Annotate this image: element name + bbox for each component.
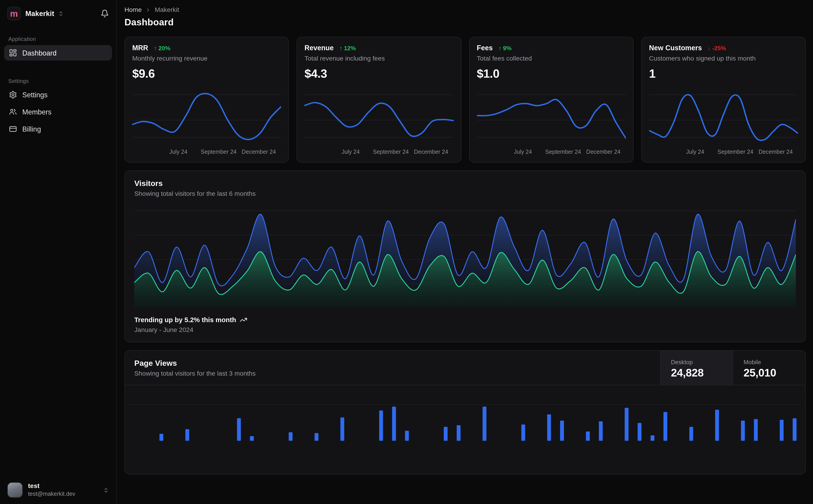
arrow-up-icon: ↑ [339,45,342,51]
stat-value: $1.0 [477,67,626,81]
stat-title: Fees [477,44,493,52]
workspace-selector[interactable]: m Makerkit [0,0,116,20]
stat-value: 1 [649,67,798,81]
stat-subtitle: Total revenue including fees [304,55,453,62]
breadcrumb: Home Makerkit [124,6,806,13]
user-menu-button[interactable]: test test@makerkit.dev [0,476,116,504]
makerkit-logo: m [7,7,21,20]
sidebar-section-settings: Settings [0,78,116,84]
stat-value: $9.6 [132,67,281,81]
page-views-subtitle: Showing total visitors for the last 3 mo… [134,370,651,377]
trending-summary: Trending up by 5.2% this month [134,316,796,324]
sidebar: m Makerkit Application Dashboard Setting… [0,0,117,504]
sidebar-item-settings[interactable]: Settings [4,87,112,103]
notifications-bell-icon[interactable] [101,9,109,18]
toggle-desktop[interactable]: Desktop 24,828 [660,351,733,385]
chevrons-up-down-icon [58,11,64,16]
stat-card-new-customers: New Customers ↓-25% Customers who signed… [641,37,806,163]
x-axis-labels: July 24 September 24 December 24 [477,148,626,157]
sidebar-item-label: Settings [22,91,48,99]
sidebar-item-label: Billing [22,125,41,133]
main-content: Home Makerkit Dashboard MRR ↑20% Monthly… [117,0,813,504]
arrow-up-icon: ↑ [498,45,501,51]
x-axis-labels: July 24 September 24 December 24 [649,148,798,157]
sidebar-nav-application: Dashboard [0,42,116,62]
stat-title: Revenue [304,44,334,52]
user-avatar [7,482,23,498]
stat-card-fees: Fees ↑9% Total fees collected $1.0 July … [469,37,634,163]
workspace-name: Makerkit [25,10,54,17]
toggle-mobile[interactable]: Mobile 25,010 [733,351,805,385]
desktop-total: 24,828 [671,366,722,379]
stat-subtitle: Total fees collected [477,55,626,62]
x-axis-labels: July 24 September 24 December 24 [132,148,281,157]
page-views-bar-chart [129,386,801,441]
sidebar-item-dashboard[interactable]: Dashboard [4,45,112,61]
fees-line-chart [477,88,626,146]
trending-period: January - June 2024 [134,326,796,334]
stat-subtitle: Customers who signed up this month [649,55,798,62]
chevron-right-icon [145,7,151,13]
sidebar-nav-settings: Settings Members Billing [0,84,116,138]
trend-badge: ↑9% [498,45,511,51]
page-title: Dashboard [124,17,806,28]
trend-badge: ↑12% [339,45,356,51]
page-views-card: Page Views Showing total visitors for th… [124,350,806,475]
stat-title: New Customers [649,44,702,52]
visitors-area-chart [134,206,796,307]
sidebar-section-application: Application [0,36,116,42]
breadcrumb-current: Makerkit [154,6,179,13]
users-icon [9,108,17,116]
stat-card-revenue: Revenue ↑12% Total revenue including fee… [297,37,461,163]
sidebar-item-label: Members [22,108,51,116]
user-email: test@makerkit.dev [28,491,75,498]
dashboard-icon [9,49,17,57]
sidebar-item-label: Dashboard [22,49,56,57]
stat-subtitle: Monthly recurring revenue [132,55,281,62]
arrow-down-icon: ↓ [708,45,711,51]
page-views-title: Page Views [134,358,651,367]
stat-card-mrr: MRR ↑20% Monthly recurring revenue $9.6 … [124,37,289,163]
makerkit-dashboard-app: m Makerkit Application Dashboard Setting… [0,0,813,504]
page-views-header: Page Views Showing total visitors for th… [125,351,805,385]
sidebar-item-members[interactable]: Members [4,104,112,120]
new-customers-line-chart [649,88,798,146]
gear-icon [9,91,17,99]
user-info: test test@makerkit.dev [28,482,75,498]
trend-badge: ↑20% [154,45,170,51]
stat-cards-row: MRR ↑20% Monthly recurring revenue $9.6 … [124,37,806,163]
revenue-line-chart [304,88,453,146]
arrow-up-icon: ↑ [154,45,157,51]
breadcrumb-home-link[interactable]: Home [124,6,142,13]
trending-up-icon [240,316,248,324]
user-name: test [28,482,75,490]
x-axis-labels: July 24 September 24 December 24 [304,148,453,157]
sidebar-item-billing[interactable]: Billing [4,121,112,137]
stat-value: $4.3 [304,67,453,81]
trend-badge: ↓-25% [708,45,726,51]
mrr-line-chart [132,88,281,146]
visitors-card: Visitors Showing total visitors for the … [124,170,806,342]
credit-card-icon [9,125,17,133]
visitors-subtitle: Showing total visitors for the last 6 mo… [134,190,796,197]
mobile-total: 25,010 [744,366,795,379]
stat-title: MRR [132,44,148,52]
visitors-title: Visitors [134,179,796,188]
chevrons-up-down-icon [103,487,109,493]
